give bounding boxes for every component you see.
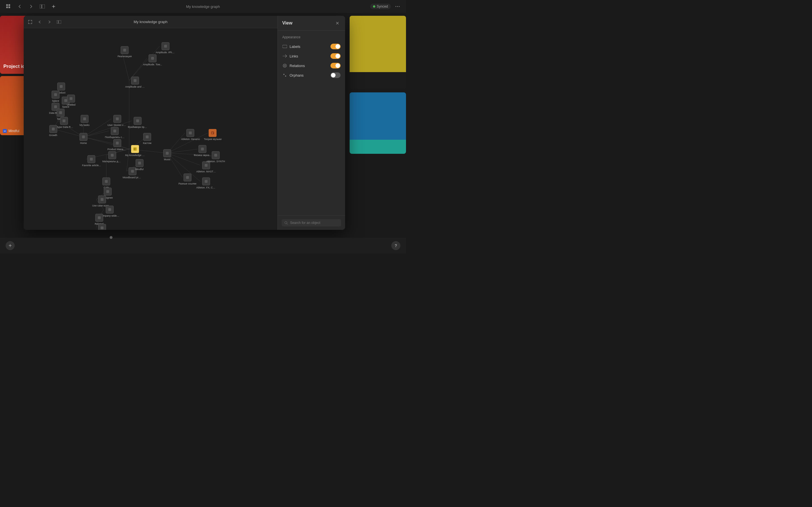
node-space1[interactable]: Space (52, 91, 59, 102)
node-user-stories[interactable]: User Stories vs ... (107, 115, 127, 126)
node-amplitude-tow[interactable]: Amplitude. Tow... (143, 54, 162, 66)
nav-back-button[interactable] (16, 3, 24, 10)
node-framework[interactable]: Фреймворк прод... (128, 117, 147, 128)
node-ableton-synth[interactable]: Ableton. SYNTH (206, 151, 225, 163)
node-ableton-master[interactable]: Ableton. MASTER (196, 161, 216, 173)
node-ableton-fx[interactable]: Ableton. FX, COM... (196, 177, 216, 189)
svg-rect-9 (57, 20, 58, 24)
node-home[interactable]: Home (80, 133, 87, 145)
panel-title: View (282, 20, 292, 25)
orphans-label: Orphans (290, 73, 304, 77)
topbar-left (4, 3, 57, 10)
close-button[interactable]: ✕ (334, 20, 341, 26)
node-product-manage[interactable]: Product Manage... (107, 139, 127, 151)
labels-label: Labels (290, 45, 300, 49)
node-label-favorite: Favorite article... (82, 164, 101, 167)
graph-nav-back[interactable] (36, 18, 43, 25)
node-label-amplitude-and: Amplitude and an... (125, 86, 145, 88)
node-ableton-nachalo[interactable]: Ableton. Начало (181, 129, 200, 140)
svg-point-7 (397, 6, 398, 7)
relations-toggle[interactable] (331, 63, 341, 68)
svg-rect-2 (6, 6, 8, 8)
node-label-pообщались: Пообщались с CEO... (105, 136, 124, 138)
svg-rect-68 (134, 149, 135, 149)
node-pообщались[interactable]: Пообщались с CEO... (105, 127, 124, 138)
labels-toggle-thumb (336, 44, 340, 49)
add-button[interactable]: + (6, 241, 15, 250)
labels-toggle[interactable] (331, 44, 341, 49)
node-label-growth: Growth (49, 134, 57, 136)
relations-label: Relations (290, 64, 305, 68)
bg-card-yellow (350, 16, 406, 75)
svg-rect-48 (164, 45, 167, 48)
relations-toggle-row: Relations (282, 63, 341, 68)
svg-rect-56 (59, 111, 62, 114)
relations-icon (282, 63, 287, 68)
node-my-kg[interactable]: My knowledge gr... (125, 145, 145, 157)
node-label-framework: Фреймворк прод... (128, 126, 147, 128)
node-razn-ssylki[interactable]: Разные ссылки (179, 173, 196, 185)
graph-nav-forward[interactable] (46, 18, 53, 25)
more-options-button[interactable] (394, 3, 402, 10)
graph-header-left (27, 18, 63, 25)
graph-canvas[interactable]: РеализацияAmplitude. iPhoneAmplitude. To… (24, 28, 277, 230)
bg-card-blue (350, 93, 406, 143)
layout-toggle-button[interactable] (38, 3, 46, 10)
graph-area[interactable]: My knowledge graph РеализацияAmplitude. … (24, 16, 277, 230)
svg-rect-61 (136, 119, 139, 122)
node-amplitude-iphone[interactable]: Amplitude. iPhone (156, 42, 175, 54)
expand-icon[interactable] (27, 18, 34, 25)
svg-point-92 (285, 75, 286, 76)
node-amplitude-and[interactable]: Amplitude and an... (125, 76, 145, 88)
node-label-user-stories: User Stories vs ... (107, 124, 127, 126)
grid-icon[interactable] (4, 3, 12, 10)
nav-forward-button[interactable] (27, 3, 35, 10)
svg-rect-59 (83, 117, 86, 120)
node-mindful[interactable]: Mindful (135, 159, 144, 171)
search-input[interactable] (290, 221, 338, 225)
node-подготовить[interactable]: Подготовить клас... (92, 224, 112, 230)
node-my-tasks[interactable]: My tasks (80, 115, 90, 126)
node-untitled[interactable]: Untitled (67, 95, 75, 106)
sparkle-icon[interactable] (50, 3, 57, 10)
svg-rect-76 (101, 198, 103, 201)
svg-rect-73 (138, 162, 141, 165)
node-teoriya[interactable]: Теория музыки (204, 129, 221, 140)
svg-rect-80 (166, 152, 168, 155)
orphans-toggle[interactable] (331, 72, 341, 78)
mindful-icon: M (3, 129, 7, 133)
svg-rect-5 (42, 4, 45, 8)
node-label-mindful: Mindful (135, 168, 144, 171)
panel-body: Appearance Labels (278, 31, 345, 216)
node-materials[interactable]: Материалы для пр... (102, 151, 122, 163)
node-label-реализация: Реализация (117, 55, 132, 58)
svg-rect-78 (98, 216, 101, 219)
svg-rect-71 (90, 158, 93, 161)
svg-rect-88 (283, 45, 287, 48)
svg-rect-77 (108, 208, 111, 211)
help-button[interactable]: ? (391, 241, 400, 250)
links-toggle[interactable] (331, 53, 341, 59)
synced-dot (373, 5, 375, 8)
right-panel: View ✕ Appearance Labels (277, 16, 345, 230)
svg-rect-10 (59, 20, 61, 24)
bg-card-teal (350, 140, 406, 154)
orphans-left: Orphans (282, 73, 304, 78)
labels-left: Labels (282, 44, 300, 49)
node-реализация[interactable]: Реализация (117, 46, 132, 58)
search-container[interactable] (282, 219, 341, 226)
svg-point-8 (399, 6, 400, 7)
node-label-ableton-nachalo: Ableton. Начало (181, 138, 200, 140)
node-custom[interactable]: Кастом (143, 133, 151, 145)
orphans-icon (282, 73, 287, 78)
topbar-title: My knowledge graph (186, 4, 220, 9)
node-music[interactable]: Music (163, 149, 171, 161)
svg-rect-81 (189, 131, 192, 134)
node-favorite[interactable]: Favorite article... (82, 155, 101, 167)
svg-rect-64 (116, 142, 119, 145)
svg-point-91 (283, 74, 285, 75)
panel-header: View ✕ (278, 16, 345, 31)
node-growth[interactable]: Growth (49, 125, 57, 136)
graph-sidebar-toggle[interactable] (55, 18, 63, 25)
bg-card-yellow-dark (350, 72, 406, 89)
